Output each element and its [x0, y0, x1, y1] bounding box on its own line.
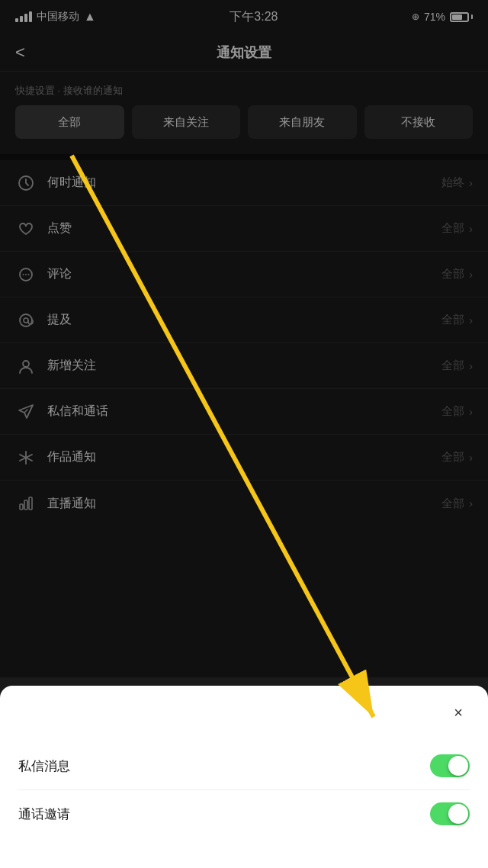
call-invite-label: 通话邀请: [18, 805, 70, 823]
sheet-overlay: [0, 0, 488, 677]
bottom-sheet: × 私信消息 通话邀请: [0, 686, 488, 868]
dm-msg-toggle[interactable]: [430, 754, 470, 777]
call-invite-toggle[interactable]: [430, 802, 470, 825]
dm-msg-label: 私信消息: [18, 757, 70, 775]
close-button[interactable]: ×: [447, 701, 470, 724]
sheet-item-dm-msg: 私信消息: [18, 742, 470, 790]
toggle-knob-call: [448, 804, 468, 824]
sheet-item-call-invite: 通话邀请: [18, 790, 470, 837]
sheet-header: ×: [18, 701, 470, 724]
toggle-knob-dm: [448, 756, 468, 776]
